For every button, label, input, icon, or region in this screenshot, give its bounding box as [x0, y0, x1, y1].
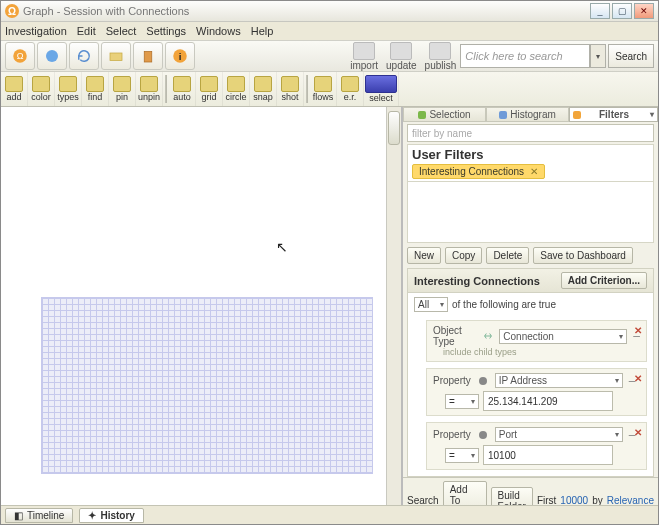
tool-separator-2: [306, 75, 308, 103]
save-dashboard-button[interactable]: Save to Dashboard: [533, 247, 633, 264]
update-button[interactable]: update: [386, 42, 417, 71]
tool-find[interactable]: find: [82, 72, 109, 106]
flows-icon: [314, 76, 332, 92]
tool-unpin[interactable]: unpin: [136, 72, 163, 106]
tool-circle[interactable]: circle: [223, 72, 250, 106]
scrollbar-thumb[interactable]: [388, 111, 400, 145]
publish-button[interactable]: publish: [425, 42, 457, 71]
menu-edit[interactable]: Edit: [77, 25, 96, 37]
filter-by-name-input[interactable]: filter by name: [407, 124, 654, 142]
svg-point-8: [479, 431, 487, 439]
copy-filter-button[interactable]: Copy: [445, 247, 482, 264]
property-select[interactable]: IP Address: [495, 373, 623, 388]
import-button[interactable]: import: [350, 42, 378, 71]
timeline-tab[interactable]: ◧Timeline: [5, 508, 73, 523]
mouse-cursor-icon: ↖: [276, 239, 288, 255]
search-footer-row: Search Add To Graph Build Folder First 1…: [403, 477, 658, 505]
toolbar-home-button[interactable]: Ω: [5, 42, 35, 70]
history-tab[interactable]: ✦History: [79, 508, 143, 523]
import-icon: [353, 42, 375, 60]
title-bar: Ω Graph - Session with Connections _ ▢ ✕: [1, 1, 658, 22]
criterion-port: ✕ Property Port – = 10100: [426, 422, 647, 470]
toolbar-folder-button[interactable]: [101, 42, 131, 70]
toolbar-info-button[interactable]: i: [165, 42, 195, 70]
tab-dot-icon: [499, 111, 507, 119]
tool-pin[interactable]: pin: [109, 72, 136, 106]
relevance-link[interactable]: Relevance: [607, 495, 654, 505]
global-search-button[interactable]: Search: [608, 44, 654, 68]
criterion-object-type: ✕ Object Type Connection – include child…: [426, 320, 647, 362]
tool-color[interactable]: color: [28, 72, 55, 106]
status-bar: ◧Timeline ✦History: [1, 505, 658, 524]
property-select[interactable]: Port: [495, 427, 623, 442]
new-filter-button[interactable]: New: [407, 247, 441, 264]
right-panel: Selection Histogram Filters filter by na…: [402, 107, 658, 505]
menu-help[interactable]: Help: [251, 25, 274, 37]
object-type-select[interactable]: Connection: [499, 329, 627, 344]
close-button[interactable]: ✕: [634, 3, 654, 19]
tool-grid[interactable]: grid: [196, 72, 223, 106]
delete-filter-button[interactable]: Delete: [486, 247, 529, 264]
add-to-graph-button[interactable]: Add To Graph: [443, 481, 487, 505]
operator-select[interactable]: =: [445, 448, 479, 463]
minimize-button[interactable]: _: [590, 3, 610, 19]
chip-close-icon[interactable]: ✕: [530, 166, 538, 177]
global-search-dropdown[interactable]: ▾: [590, 44, 606, 68]
maximize-button[interactable]: ▢: [612, 3, 632, 19]
port-value-input[interactable]: 10100: [483, 445, 613, 465]
menu-windows[interactable]: Windows: [196, 25, 241, 37]
tab-selection[interactable]: Selection: [403, 107, 486, 122]
menu-bar: Investigation Edit Select Settings Windo…: [1, 22, 658, 41]
criterion-remove-icon[interactable]: ✕: [634, 373, 642, 384]
snap-icon: [254, 76, 272, 92]
types-icon: [59, 76, 77, 92]
menu-investigation[interactable]: Investigation: [5, 25, 67, 37]
criterion-remove-icon[interactable]: ✕: [634, 325, 642, 336]
toolbar-delete-button[interactable]: [133, 42, 163, 70]
tool-shot[interactable]: shot: [277, 72, 304, 106]
add-criterion-button[interactable]: Add Criterion...: [561, 272, 647, 289]
toolbar-globe-button[interactable]: [37, 42, 67, 70]
vertical-scrollbar[interactable]: [386, 107, 401, 505]
tool-auto[interactable]: auto: [169, 72, 196, 106]
user-filters-header: User Filters Interesting Connections✕: [407, 144, 654, 182]
search-label: Search: [407, 495, 439, 505]
auto-icon: [173, 76, 191, 92]
menu-settings[interactable]: Settings: [146, 25, 186, 37]
property-icon: [477, 375, 489, 387]
menu-select[interactable]: Select: [106, 25, 137, 37]
result-count-link[interactable]: 10000: [560, 495, 588, 505]
publish-icon: [429, 42, 451, 60]
filter-chip[interactable]: Interesting Connections✕: [412, 164, 545, 179]
ip-value-input[interactable]: 25.134.141.209: [483, 391, 613, 411]
link-icon: [483, 330, 493, 342]
tool-er[interactable]: e.r.: [337, 72, 364, 106]
add-icon: [5, 76, 23, 92]
content-area: ↖ Selection Histogram Filters filter by …: [1, 107, 658, 505]
tab-dot-icon: [418, 111, 426, 119]
criterion-label: Property: [433, 429, 471, 440]
build-folder-button[interactable]: Build Folder: [491, 487, 533, 506]
update-icon: [390, 42, 412, 60]
global-search-input[interactable]: Click here to search: [460, 44, 590, 68]
operator-select[interactable]: =: [445, 394, 479, 409]
logic-select[interactable]: All: [414, 297, 448, 312]
criteria-header: Interesting Connections Add Criterion...: [408, 269, 653, 293]
criterion-remove-icon[interactable]: ✕: [634, 427, 642, 438]
first-label: First: [537, 495, 556, 505]
svg-point-7: [479, 377, 487, 385]
toolbar-refresh-button[interactable]: [69, 42, 99, 70]
include-child-types-option[interactable]: include child types: [443, 347, 640, 357]
tool-flows[interactable]: flows: [310, 72, 337, 106]
tool-add[interactable]: add: [1, 72, 28, 106]
graph-canvas[interactable]: ↖: [1, 107, 402, 505]
tab-filters[interactable]: Filters: [569, 107, 658, 122]
user-filters-list: [407, 182, 654, 243]
shot-icon: [281, 76, 299, 92]
tool-snap[interactable]: snap: [250, 72, 277, 106]
tab-histogram[interactable]: Histogram: [486, 107, 569, 122]
tool-types[interactable]: types: [55, 72, 82, 106]
er-icon: [341, 76, 359, 92]
tool-select[interactable]: select: [364, 72, 399, 106]
window-title: Graph - Session with Connections: [23, 5, 588, 17]
